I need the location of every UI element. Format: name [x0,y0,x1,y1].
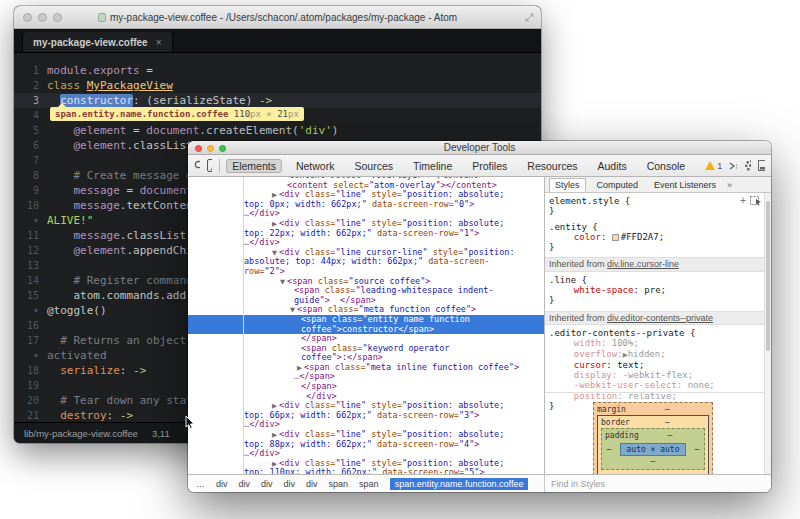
close-window-button[interactable] [195,145,202,152]
box-model-padding[interactable]: padding– – auto × auto – – [601,428,705,470]
devtools-toolbar: ElementsNetworkSourcesTimelineProfilesRe… [188,155,771,177]
breadcrumb-item[interactable]: div [216,479,228,489]
warnings-indicator[interactable]: 1 [705,161,722,171]
tree-rail-divider [243,177,244,474]
tab-resources[interactable]: Resources [521,159,583,173]
dom-tree-row[interactable]: ▶ <span class="meta inline function coff… [188,363,544,373]
tab-elements[interactable]: Elements [226,159,282,173]
tab-profiles[interactable]: Profiles [466,159,513,173]
inspect-search-icon[interactable] [194,160,200,171]
inherited-from-bar: Inherited from div.editor-contents--priv… [545,311,764,325]
css-property[interactable]: -webkit-user-select: none; [549,380,764,390]
line-number: 8 [14,168,47,183]
breadcrumb-item[interactable]: span [329,479,349,489]
breadcrumb-item[interactable]: div [239,479,251,489]
console-drawer-icon[interactable] [729,161,736,171]
breadcrumb-item[interactable]: span.entity.name.function.coffee [390,478,529,490]
line-number: 4 [14,108,47,123]
dock-side-icon[interactable] [758,160,765,171]
color-swatch[interactable] [612,234,619,241]
css-property[interactable]: white-space: pre; [549,285,764,295]
find-in-styles-input[interactable] [551,479,771,489]
tab-audits[interactable]: Audits [592,159,633,173]
rule-selector[interactable]: .editor-contents--private [549,328,684,338]
line-number: 10 [14,198,47,213]
line-number: 15 [14,288,47,303]
window-controls [195,145,226,152]
code-line[interactable]: 1module.exports = [14,63,541,78]
mouse-cursor [185,415,197,431]
tab-timeline[interactable]: Timeline [407,159,458,173]
breadcrumb-item[interactable]: div [306,479,318,489]
sidebar-tab-event-listeners[interactable]: Event Listeners [649,179,721,191]
devtools-window-title: Developer Tools [444,142,516,153]
sidebar-tab-styles[interactable]: Styles [549,178,586,192]
inherited-node-link[interactable]: div.line.cursor-line [607,259,679,269]
sidebar-scrollbar[interactable] [764,193,771,474]
zoom-window-button[interactable] [219,145,226,152]
tab-sources[interactable]: Sources [348,159,399,173]
line-number: 6 [14,138,47,153]
line-number: • [14,303,47,318]
line-number: 18 [14,363,47,378]
tab-network[interactable]: Network [290,159,341,173]
box-model-margin[interactable]: margin– border– padding– – auto × auto –… [593,402,713,474]
warning-icon [705,161,715,170]
css-property[interactable]: width: 100%; [549,338,764,348]
dom-tree-row[interactable]: </span> [188,382,544,392]
code-line[interactable]: 2class MyPackageView [14,78,541,93]
css-property[interactable]: overflow:▶hidden; [549,349,764,360]
code-line[interactable]: 3 constructor: (serializeState) -> [14,93,541,108]
atom-title-bar[interactable]: my-package-view.coffee - /Users/schacon/… [14,6,541,29]
rule-selector[interactable]: .entity [549,222,587,232]
new-style-rule-button[interactable]: + [740,196,746,206]
inherited-node-link[interactable]: div.editor-contents--private [607,313,713,323]
line-number: • [14,348,47,363]
dom-tree: <content select=".overlayer"></content><… [188,177,544,474]
code-line[interactable]: 5 @element = document.createElement('div… [14,123,541,138]
css-property[interactable]: color: #FFD2A7; [549,232,764,242]
find-bar [544,475,771,492]
element-state-icon[interactable] [750,196,762,206]
device-mode-icon[interactable] [207,159,212,172]
sidebar-tab-computed[interactable]: Computed [592,179,644,191]
dom-tree-row[interactable]: top: 66px; width: 662px;" data-screen-ro… [188,411,544,421]
line-number: 21 [14,408,47,422]
close-window-button[interactable] [23,13,32,22]
dom-tree-row[interactable]: top: 22px; width: 662px;" data-screen-ro… [188,229,544,239]
dom-tree-row[interactable]: absolute; top: 44px; width: 662px;" data… [188,257,544,267]
resize-icon[interactable] [525,13,534,22]
sidebar-tabs: StylesComputedEvent Listeners» [545,177,771,193]
css-property[interactable]: display: -webkit-flex; [549,370,764,380]
sidebar-more-tabs-icon[interactable]: » [727,180,732,190]
box-model-border[interactable]: border– padding– – auto × auto – – – [597,415,709,474]
rule-selector[interactable]: element.style [549,196,619,206]
breadcrumb-item[interactable]: div [284,479,296,489]
minimize-window-button[interactable] [38,13,47,22]
breadcrumb-item[interactable]: … [196,479,205,489]
gear-icon[interactable] [744,159,751,172]
breadcrumb-item[interactable]: div [261,479,273,489]
dom-tree-row[interactable]: top: 88px; width: 662px;" data-screen-ro… [188,440,544,450]
scrollbar-thumb[interactable] [766,201,770,351]
css-property[interactable]: cursor: text; [549,360,764,370]
devtools-title-bar[interactable]: Developer Tools [188,141,771,155]
dom-tree-row[interactable]: coffee">constructor</span> [188,325,544,335]
tooltip-selector: span.entity.name.function.coffee [55,109,228,119]
tab-my-package-view[interactable]: my-package-view.coffee × [22,32,173,52]
document-icon [98,13,106,22]
atom-window-title: my-package-view.coffee - /Users/schacon/… [98,12,457,23]
box-model: margin– border– padding– – auto × auto –… [593,402,713,474]
zoom-window-button[interactable] [53,13,62,22]
breadcrumb-item[interactable]: span [359,479,379,489]
elements-panel[interactable]: <content select=".overlayer"></content><… [188,177,544,474]
minimize-window-button[interactable] [207,145,214,152]
devtools-main: <content select=".overlayer"></content><… [188,177,771,474]
dom-tree-row[interactable]: …</span> [188,372,544,382]
close-tab-icon[interactable]: × [156,37,162,48]
line-number: 17 [14,333,47,348]
status-cursor-position: 3,11 [152,428,170,439]
dom-tree-row[interactable]: top: 0px; width: 662px;" data-screen-row… [188,200,544,210]
rule-selector[interactable]: .line [549,275,576,285]
tab-console[interactable]: Console [641,159,692,173]
